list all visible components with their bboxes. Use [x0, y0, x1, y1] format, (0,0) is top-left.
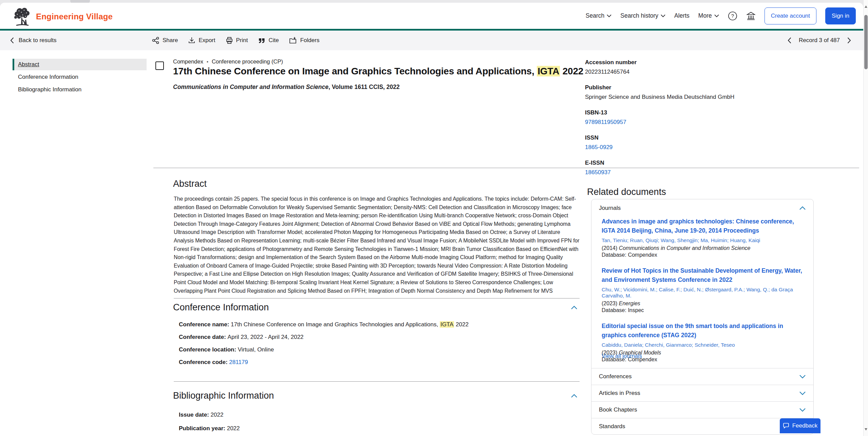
- record-pagination: Record 3 of 487: [788, 31, 851, 50]
- nav-search[interactable]: Search: [586, 12, 611, 19]
- nav-search-label: Search: [586, 12, 604, 19]
- issn-link[interactable]: 1865-0929: [585, 144, 819, 151]
- related-doc-source: (2023) Energies: [602, 301, 805, 307]
- scrollbar-thumb[interactable]: [864, 15, 868, 69]
- scrollbar-up-icon[interactable]: [865, 5, 867, 8]
- related-doc-source: (2014) Communications in Computer and In…: [602, 245, 805, 251]
- share-label: Share: [163, 37, 178, 44]
- journals-accordion-header[interactable]: Journals: [599, 205, 621, 212]
- folders-label: Folders: [300, 37, 320, 44]
- share-button[interactable]: Share: [152, 37, 178, 44]
- related-doc-title-link[interactable]: Editorial special issue on the 9th smart…: [602, 322, 805, 340]
- accordion-book-chapters[interactable]: Book Chapters: [591, 401, 813, 418]
- accordion-articles-in-press[interactable]: Articles in Press: [591, 385, 813, 401]
- folders-button[interactable]: Folders: [289, 37, 320, 44]
- nav-more-label: More: [698, 12, 712, 19]
- accession-number-label: Accession number: [585, 59, 819, 66]
- related-doc-year: (2023): [602, 301, 619, 306]
- export-label: Export: [199, 37, 215, 44]
- collapse-section-icon[interactable]: [571, 306, 578, 310]
- publisher-label: Publisher: [585, 84, 819, 91]
- sidebar-item-bibliographic-information[interactable]: Bibliographic Information: [13, 84, 147, 95]
- conference-date-label: Conference date:: [179, 334, 228, 340]
- database-label: Database:: [602, 307, 628, 313]
- doc-type-label: Conference proceeding (CP): [212, 58, 283, 65]
- related-doc-title-link[interactable]: Advances in image and graphics technolog…: [602, 217, 805, 235]
- title-highlight: IGTA: [537, 66, 560, 76]
- related-documents-card: Journals Advances in image and graphics …: [591, 199, 814, 435]
- accession-number-value: 20223112465764: [585, 69, 819, 75]
- related-doc-authors[interactable]: Tan, Tieniu; Ruan, Qiuqi; Wang, Shengjin…: [602, 237, 805, 243]
- database-label: Compendex: [173, 58, 203, 65]
- conference-location-value: Virtual, Online: [238, 346, 274, 353]
- conference-code-link[interactable]: 281179: [229, 359, 248, 365]
- create-account-button[interactable]: Create account: [765, 7, 816, 24]
- isbn-link[interactable]: 9789811950957: [585, 119, 819, 126]
- issue-date-row: Issue date: 2022: [179, 412, 223, 418]
- sign-in-button[interactable]: Sign in: [825, 7, 856, 24]
- title-text-end: 2022: [560, 66, 583, 76]
- eissn-link[interactable]: 18650937: [585, 169, 819, 176]
- conference-code-label: Conference code:: [179, 359, 229, 365]
- app-surface: Engineering Village Search Search histor…: [0, 3, 863, 436]
- chevron-down-icon: [661, 14, 665, 17]
- database-name: Compendex: [628, 252, 657, 258]
- issn-label: ISSN: [585, 134, 819, 141]
- collapse-section-icon[interactable]: [571, 394, 578, 398]
- accordion-conferences[interactable]: Conferences: [591, 368, 813, 385]
- conference-information-heading: Conference Information: [173, 302, 269, 313]
- divider: [174, 298, 580, 298]
- back-to-results-button[interactable]: Back to results: [10, 31, 57, 50]
- institution-icon[interactable]: [746, 11, 756, 21]
- export-button[interactable]: Export: [188, 37, 215, 44]
- next-record-icon[interactable]: [847, 37, 851, 43]
- accordion-label: Book Chapters: [599, 406, 637, 413]
- source-journal: Communications in Computer and Informati…: [173, 84, 328, 90]
- related-documents-heading: Related documents: [587, 187, 666, 197]
- collapse-journals-icon[interactable]: [799, 206, 806, 210]
- previous-record-icon[interactable]: [788, 37, 791, 43]
- record-select-checkbox[interactable]: [155, 61, 164, 70]
- nav-more[interactable]: More: [698, 12, 719, 19]
- cite-button[interactable]: Cite: [258, 37, 279, 44]
- abstract-heading: Abstract: [173, 179, 207, 189]
- expand-section-icon: [799, 391, 806, 395]
- publication-year-row: Publication year: 2022: [179, 425, 240, 432]
- accordion-label: Standards: [599, 423, 625, 430]
- isbn-label: ISBN-13: [585, 109, 819, 116]
- sidebar-item-conference-information[interactable]: Conference Information: [13, 71, 147, 83]
- nav-search-history[interactable]: Search history: [620, 12, 665, 19]
- page-scrollbar[interactable]: [863, 0, 868, 436]
- feedback-button[interactable]: Feedback: [780, 418, 820, 433]
- eissn-label: E-ISSN: [585, 160, 819, 166]
- bullet-separator: •: [207, 59, 208, 65]
- related-doc-title-link[interactable]: Review of Hot Topics in the Sustainable …: [602, 266, 805, 285]
- related-doc-database: Database: Compendex: [602, 252, 805, 258]
- conference-date-row: Conference date: April 23, 2022 - April …: [179, 334, 304, 341]
- view-all-journals-link[interactable]: View all journals: [602, 353, 642, 359]
- related-doc-authors[interactable]: Cabiddu, Daniela; Cherchi, Gianmarco; Sc…: [602, 342, 805, 348]
- record-position-label: Record 3 of 487: [799, 37, 840, 44]
- publication-year-label: Publication year:: [179, 425, 227, 432]
- feedback-bubble-icon: [783, 423, 789, 429]
- nav-alerts[interactable]: Alerts: [674, 12, 690, 19]
- scrollbar-down-icon[interactable]: [865, 428, 867, 431]
- print-button[interactable]: Print: [226, 37, 248, 44]
- conference-name-value: 17th Chinese Conference on Image and Gra…: [231, 321, 440, 328]
- related-doc-authors[interactable]: Chu, W.; Vicidomini, M.; Calise, F.; Dui…: [602, 287, 805, 299]
- database-name: Inspec: [628, 307, 644, 313]
- svg-text:?: ?: [731, 13, 734, 19]
- chevron-left-icon: [10, 37, 14, 43]
- conference-location-label: Conference location:: [179, 346, 238, 353]
- related-doc-database: Database: Inspec: [602, 307, 805, 313]
- print-label: Print: [236, 37, 248, 44]
- back-to-results-label: Back to results: [19, 37, 57, 44]
- abstract-text: The proceedings contain 25 papers. The s…: [174, 195, 580, 296]
- help-icon[interactable]: ?: [728, 11, 737, 21]
- sidebar-item-abstract[interactable]: Abstract: [13, 59, 147, 70]
- related-doc-journal: Communications in Computer and Informati…: [619, 245, 751, 251]
- database-label: Database:: [602, 252, 628, 258]
- divider: [174, 381, 580, 382]
- publisher-value: Springer Science and Business Media Deut…: [585, 94, 819, 101]
- chevron-down-icon: [714, 14, 719, 17]
